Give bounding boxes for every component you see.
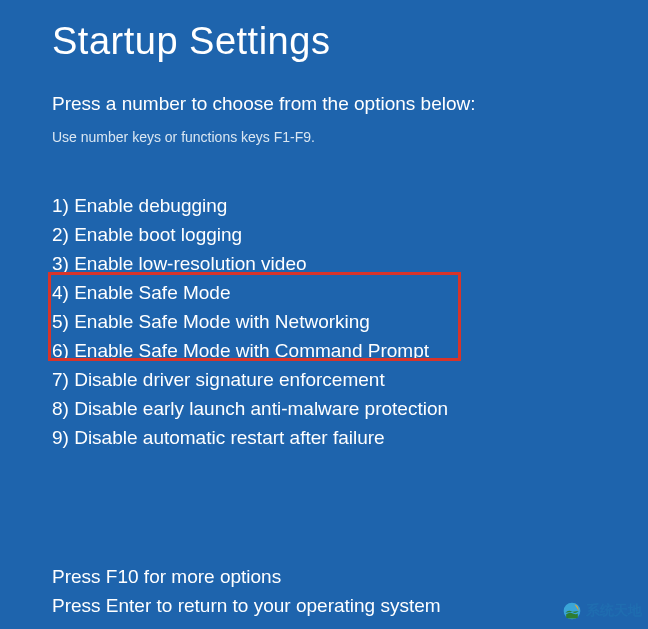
footer-more: Press F10 for more options (52, 562, 596, 591)
watermark-text: 系统天地 (586, 602, 642, 620)
option-4[interactable]: 4) Enable Safe Mode (52, 278, 596, 307)
option-3[interactable]: 3) Enable low-resolution video (52, 249, 596, 278)
instruction-text: Press a number to choose from the option… (52, 93, 596, 115)
page-title: Startup Settings (52, 20, 596, 63)
watermark: 系统天地 (562, 601, 642, 621)
option-8[interactable]: 8) Disable early launch anti-malware pro… (52, 394, 596, 423)
option-6[interactable]: 6) Enable Safe Mode with Command Prompt (52, 336, 596, 365)
options-list: 1) Enable debugging 2) Enable boot loggi… (52, 191, 596, 452)
globe-icon (562, 601, 582, 621)
footer-return: Press Enter to return to your operating … (52, 591, 596, 620)
option-9[interactable]: 9) Disable automatic restart after failu… (52, 423, 596, 452)
option-2[interactable]: 2) Enable boot logging (52, 220, 596, 249)
option-1[interactable]: 1) Enable debugging (52, 191, 596, 220)
hint-text: Use number keys or functions keys F1-F9. (52, 129, 596, 145)
option-5[interactable]: 5) Enable Safe Mode with Networking (52, 307, 596, 336)
option-7[interactable]: 7) Disable driver signature enforcement (52, 365, 596, 394)
footer: Press F10 for more options Press Enter t… (52, 562, 596, 620)
